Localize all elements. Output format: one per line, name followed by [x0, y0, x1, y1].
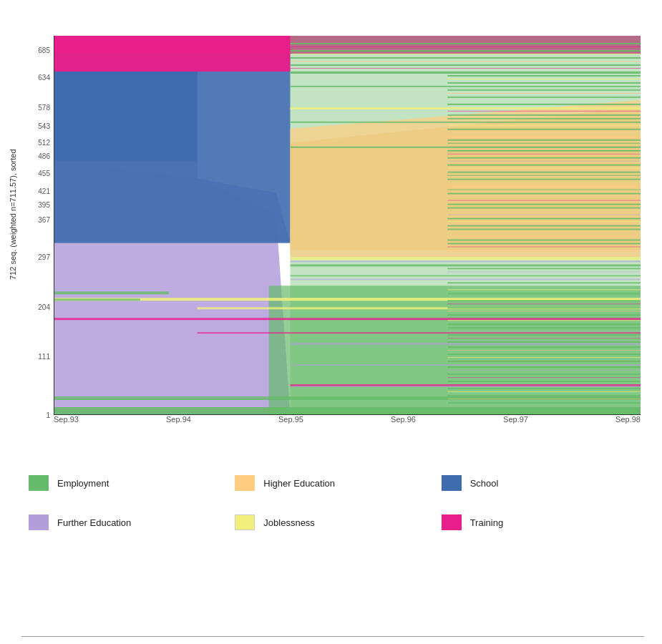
- y-tick-204: 204: [23, 303, 50, 311]
- joblessness-label: Joblessness: [263, 517, 315, 528]
- legend-item-training: Training: [442, 504, 644, 540]
- svg-rect-85: [447, 293, 641, 294]
- chart-container: 712 seq. (weighted n=711.57), sorted 111…: [0, 0, 662, 644]
- svg-rect-49: [447, 114, 641, 116]
- svg-rect-91: [447, 320, 641, 321]
- svg-rect-88: [447, 307, 641, 308]
- x-tick-sep94: Sep.94: [166, 415, 191, 444]
- x-tick-sep97: Sep.97: [503, 415, 528, 444]
- svg-rect-40: [291, 68, 641, 69]
- svg-rect-23: [291, 147, 641, 148]
- y-tick-1: 1: [23, 411, 50, 419]
- svg-rect-43: [447, 82, 641, 84]
- svg-rect-58: [447, 157, 641, 159]
- svg-rect-32: [291, 386, 641, 387]
- svg-rect-42: [447, 79, 641, 79]
- svg-rect-33: [291, 43, 641, 44]
- svg-rect-111: [447, 399, 641, 399]
- svg-rect-64: [447, 179, 641, 180]
- svg-rect-30: [291, 343, 641, 345]
- further-education-swatch: [29, 514, 49, 530]
- svg-rect-92: [447, 323, 641, 325]
- chart-area: [54, 36, 641, 415]
- svg-rect-71: [447, 215, 641, 215]
- x-tick-sep95: Sep.95: [278, 415, 303, 444]
- svg-rect-56: [447, 150, 641, 152]
- svg-rect-39: [291, 64, 641, 66]
- x-tick-sep93: Sep.93: [54, 415, 79, 444]
- y-tick-634: 634: [23, 74, 50, 82]
- svg-rect-98: [447, 346, 641, 348]
- y-tick-486: 486: [23, 152, 50, 160]
- legend-item-employment: Employment: [29, 465, 231, 501]
- school-label: School: [470, 478, 499, 489]
- svg-rect-110: [447, 395, 641, 396]
- y-tick-421: 421: [23, 187, 50, 195]
- legend-item-further-education: Further Education: [29, 504, 231, 540]
- bottom-divider: [21, 636, 644, 637]
- svg-rect-70: [447, 208, 641, 209]
- svg-rect-53: [447, 136, 641, 137]
- further-education-label: Further Education: [57, 517, 131, 528]
- svg-rect-80: [447, 250, 641, 251]
- y-tick-367: 367: [23, 216, 50, 224]
- svg-rect-79: [447, 246, 641, 247]
- training-swatch: [442, 514, 462, 530]
- higher-education-label: Higher Education: [263, 478, 335, 489]
- svg-rect-51: [447, 125, 641, 126]
- svg-rect-108: [447, 388, 641, 389]
- svg-rect-62: [447, 172, 641, 173]
- svg-rect-95: [447, 334, 641, 336]
- x-tick-sep98: Sep.98: [615, 415, 641, 444]
- training-label: Training: [470, 517, 503, 528]
- x-axis: Sep.93 Sep.94 Sep.95 Sep.96 Sep.97 Sep.9…: [54, 415, 641, 444]
- svg-rect-87: [447, 303, 641, 304]
- svg-rect-52: [447, 129, 641, 130]
- svg-rect-21: [291, 86, 641, 87]
- svg-rect-76: [447, 235, 641, 236]
- svg-rect-59: [447, 161, 641, 162]
- svg-rect-112: [447, 402, 641, 404]
- svg-rect-68: [447, 200, 641, 201]
- svg-rect-73: [447, 222, 641, 223]
- svg-rect-86: [447, 300, 641, 301]
- svg-rect-90: [447, 314, 641, 316]
- y-tick-543: 543: [23, 122, 50, 130]
- svg-rect-75: [447, 228, 641, 230]
- svg-rect-77: [447, 239, 641, 240]
- svg-rect-67: [447, 193, 641, 195]
- svg-rect-24: [291, 264, 641, 266]
- svg-rect-34: [291, 47, 641, 47]
- y-tick-395: 395: [23, 201, 50, 209]
- svg-rect-100: [447, 353, 641, 355]
- svg-rect-61: [447, 168, 641, 169]
- y-tick-297: 297: [23, 253, 50, 261]
- svg-rect-27: [54, 298, 140, 301]
- employment-swatch: [29, 475, 49, 491]
- school-swatch: [442, 475, 462, 491]
- svg-rect-74: [447, 225, 641, 227]
- y-axis-label: 712 seq. (weighted n=711.57), sorted: [6, 36, 20, 394]
- svg-rect-105: [447, 374, 641, 375]
- svg-rect-18: [198, 332, 641, 333]
- svg-rect-26: [54, 291, 169, 294]
- svg-rect-55: [447, 143, 641, 144]
- svg-rect-63: [447, 175, 641, 176]
- svg-rect-35: [291, 50, 641, 52]
- x-tick-sep96: Sep.96: [391, 415, 416, 444]
- legend-item-joblessness: Joblessness: [235, 504, 437, 540]
- svg-rect-93: [447, 327, 641, 328]
- svg-marker-9: [54, 36, 291, 72]
- y-tick-578: 578: [23, 103, 50, 111]
- svg-rect-36: [291, 54, 641, 54]
- svg-rect-45: [447, 93, 641, 94]
- svg-rect-15: [291, 107, 641, 109]
- y-tick-512: 512: [23, 139, 50, 147]
- legend-area: Employment Higher Education School Furth…: [29, 465, 644, 540]
- svg-rect-106: [447, 377, 641, 378]
- svg-rect-84: [447, 289, 641, 290]
- y-tick-455: 455: [23, 169, 50, 177]
- y-tick-111: 111: [23, 353, 50, 361]
- svg-rect-103: [447, 366, 641, 368]
- svg-rect-94: [447, 331, 641, 331]
